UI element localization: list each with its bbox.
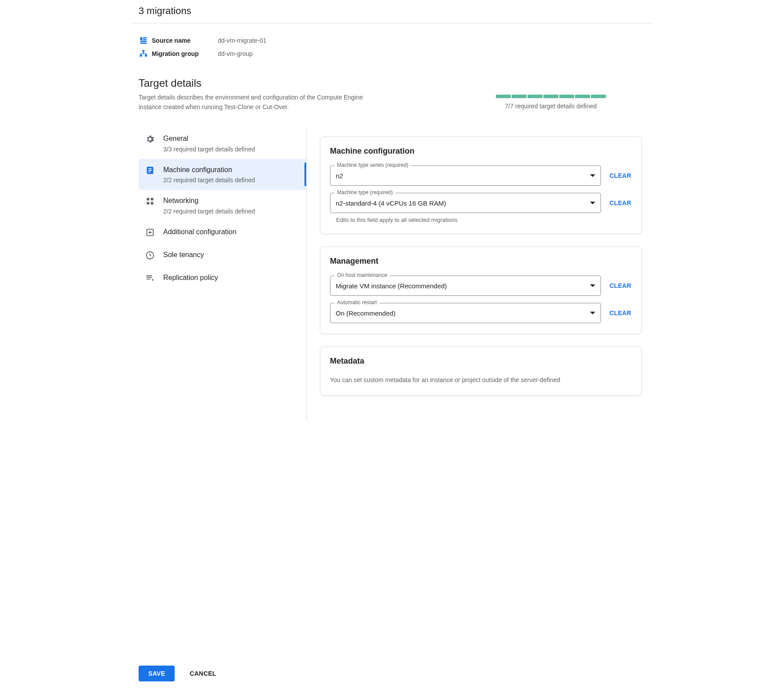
nav-label: Sole tenancy: [163, 250, 204, 260]
card-title: Management: [330, 257, 632, 266]
field-value: n2-standard-4 (4 vCPUs 16 GB RAM): [336, 199, 590, 207]
svg-rect-11: [148, 172, 150, 173]
page-title: 3 migrations: [139, 5, 645, 17]
svg-rect-14: [147, 202, 150, 205]
nav-item-replication-policy[interactable]: Replication policy: [139, 267, 306, 290]
svg-rect-6: [140, 55, 142, 57]
automatic-restart-select[interactable]: On (Recommended): [330, 303, 601, 323]
card-title: Metadata: [330, 357, 632, 366]
chevron-down-icon: [590, 174, 595, 177]
clock-icon: [145, 250, 155, 261]
nav-item-networking[interactable]: Networking 2/2 required target details d…: [139, 190, 306, 221]
machine-type-series-select[interactable]: n2: [330, 166, 601, 186]
nav-item-general[interactable]: General 3/3 required target details defi…: [139, 128, 306, 158]
migration-group-label: Migration group: [152, 50, 218, 57]
nav-sub: 2/2 required target details defined: [163, 208, 255, 215]
card-title: Machine configuration: [330, 147, 632, 156]
migration-group-row: Migration group dd-vm-group: [139, 47, 645, 60]
add-box-icon: [145, 227, 155, 238]
field-value: Migrate VM instance (Recommended): [336, 282, 590, 290]
nav-item-machine-configuration[interactable]: Machine configuration 2/2 required targe…: [139, 159, 306, 190]
chevron-down-icon: [590, 202, 595, 204]
chevron-down-icon: [590, 284, 595, 287]
svg-rect-10: [148, 170, 151, 171]
policy-icon: [145, 273, 155, 283]
card-management: Management On host maintenance Migrate V…: [320, 247, 642, 334]
section-title: Target details: [131, 77, 653, 89]
svg-rect-1: [143, 37, 147, 39]
nav-label: Replication policy: [163, 273, 218, 283]
svg-rect-0: [140, 37, 143, 40]
gear-icon: [145, 134, 155, 144]
nav-label: Machine configuration: [163, 165, 255, 175]
progress-bar: [496, 95, 606, 98]
field-legend: On host maintenance: [334, 272, 390, 278]
source-icon: [139, 36, 148, 45]
field-legend: Automatic restart: [334, 299, 380, 306]
svg-rect-12: [147, 198, 150, 201]
svg-rect-7: [145, 55, 147, 57]
field-legend: Machine type series (required): [334, 162, 411, 168]
migration-group-value: dd-vm-group: [218, 50, 253, 57]
progress-text: 7/7 required target details defined: [496, 103, 606, 110]
nav-label: Additional configuration: [163, 227, 236, 237]
clear-button[interactable]: CLEAR: [609, 199, 632, 206]
field-legend: Machine type (required): [334, 189, 396, 195]
svg-rect-9: [148, 168, 151, 169]
nav-label: Networking: [163, 196, 255, 206]
machine-type-select[interactable]: n2-standard-4 (4 vCPUs 16 GB RAM): [330, 193, 601, 213]
field-helper: Edits to this field apply to all selecte…: [336, 217, 632, 223]
field-value: On (Recommended): [336, 309, 590, 317]
group-icon: [139, 49, 148, 59]
host-maintenance-select[interactable]: Migrate VM instance (Recommended): [330, 276, 601, 296]
clear-button[interactable]: CLEAR: [609, 309, 632, 317]
document-icon: [145, 165, 155, 176]
nav-sub: 3/3 required target details defined: [163, 146, 255, 153]
svg-rect-5: [143, 50, 145, 52]
source-name-row: Source name dd-vm-migrate-01: [139, 34, 645, 47]
source-name-value: dd-vm-migrate-01: [218, 37, 266, 44]
grid-icon: [145, 196, 155, 206]
source-name-label: Source name: [152, 37, 218, 44]
nav-item-additional-configuration[interactable]: Additional configuration: [139, 221, 306, 244]
svg-rect-4: [140, 43, 147, 44]
card-metadata: Metadata You can set custom metadata for…: [320, 346, 642, 396]
nav-label: General: [163, 134, 255, 144]
svg-rect-13: [151, 198, 154, 201]
clear-button[interactable]: CLEAR: [609, 172, 632, 179]
svg-rect-2: [143, 39, 147, 40]
field-value: n2: [336, 172, 590, 180]
card-description: You can set custom metadata for an insta…: [330, 375, 632, 385]
chevron-down-icon: [590, 312, 595, 314]
svg-rect-15: [151, 202, 154, 205]
svg-rect-3: [140, 41, 147, 42]
card-machine-configuration: Machine configuration Machine type serie…: [320, 136, 642, 234]
nav-sub: 2/2 required target details defined: [163, 177, 255, 184]
section-description: Target details describes the environment…: [139, 93, 367, 112]
nav-item-sole-tenancy[interactable]: Sole tenancy: [139, 244, 306, 267]
clear-button[interactable]: CLEAR: [609, 282, 632, 289]
